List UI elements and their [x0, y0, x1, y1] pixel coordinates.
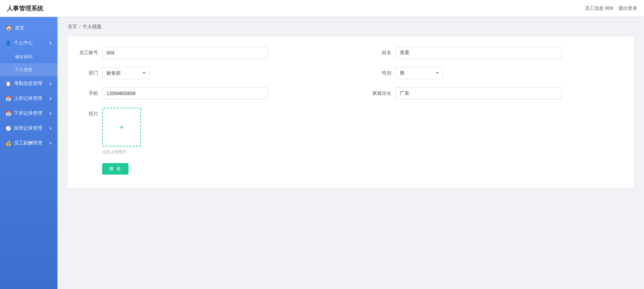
overtime-label: 加班记录管理: [14, 125, 42, 131]
sidebar-item-overtime[interactable]: 🕐 加班记录管理 ∨: [0, 121, 58, 136]
photo-upload-area[interactable]: +: [102, 108, 141, 147]
checkin-label: 上班记录管理: [14, 95, 42, 102]
checkout-icon: 📅: [5, 111, 11, 116]
photo-hint: 点击上传照片: [102, 149, 624, 155]
photo-row: 照片 +: [78, 108, 624, 147]
app-title: 人事管理系统: [7, 4, 43, 13]
sidebar-home-label: 首页: [15, 25, 24, 31]
attendance-label: 考勤信息管理: [14, 81, 42, 87]
sidebar-item-checkout[interactable]: 📅 下班记录管理 ∨: [0, 106, 58, 121]
header-right: 员工信息 009 退出登录: [585, 5, 637, 12]
photo-label: 照片: [78, 111, 98, 117]
form-group-name: 姓名: [371, 47, 624, 59]
name-input[interactable]: [395, 47, 561, 59]
sidebar-item-change-password[interactable]: 修改密码: [0, 50, 58, 63]
overtime-arrow: ∨: [49, 126, 52, 131]
checkout-label: 下班记录管理: [14, 110, 42, 116]
checkin-icon: 📅: [5, 96, 11, 101]
main-content: 首页 / 个人信息 员工账号 姓名 部门: [58, 17, 644, 289]
name-label: 姓名: [371, 50, 391, 56]
form-row-3: 手机 家庭住址: [78, 87, 624, 99]
sidebar-item-home[interactable]: 🏠 首页: [0, 20, 58, 36]
form-row-1: 员工账号 姓名: [78, 47, 624, 59]
sidebar-group-personal: 👤 个人中心 ∧ 修改密码 个人信息: [0, 36, 58, 76]
sidebar-group-personal-header[interactable]: 👤 个人中心 ∧: [0, 36, 58, 50]
attendance-arrow: ∨: [49, 81, 52, 86]
change-password-label: 修改密码: [15, 54, 32, 60]
form-group-employee-id: 员工账号: [78, 47, 330, 59]
logout-button[interactable]: 退出登录: [618, 5, 637, 12]
personal-center-label: 个人中心: [14, 40, 33, 46]
salary-arrow: ∨: [49, 141, 52, 146]
header: 人事管理系统 员工信息 009 退出登录: [0, 0, 644, 17]
form-group-phone: 手机: [78, 87, 330, 99]
personal-arrow: ∧: [49, 41, 52, 45]
sidebar-item-checkin[interactable]: 📅 上班记录管理 ∨: [0, 91, 58, 106]
form-group-gender: 性别 男 女: [371, 67, 624, 79]
overtime-icon: 🕐: [5, 126, 11, 131]
form-group-address: 家庭住址: [371, 87, 624, 99]
form-row-2: 部门 财务部 人事部 技术部 市场部 性别 男 女: [78, 67, 624, 79]
photo-plus-icon: +: [119, 123, 124, 132]
attendance-icon: 📋: [5, 81, 11, 86]
personal-icon: 👤: [5, 40, 11, 46]
layout: 🏠 首页 👤 个人中心 ∧ 修改密码 个人信息 📋 考勤信息管理 ∨ 📅: [0, 17, 644, 289]
checkout-arrow: ∨: [49, 111, 52, 116]
address-input[interactable]: [395, 87, 561, 99]
breadcrumb: 首页 / 个人信息: [68, 24, 634, 30]
phone-input[interactable]: [102, 87, 268, 99]
sidebar-item-salary[interactable]: 💰 员工薪酬管理 ∨: [0, 136, 58, 151]
department-select[interactable]: 财务部 人事部 技术部 市场部: [102, 67, 150, 79]
submit-row: 修 改: [102, 163, 624, 175]
gender-label: 性别: [371, 70, 391, 76]
gender-select[interactable]: 男 女: [395, 67, 443, 79]
sidebar-item-attendance[interactable]: 📋 考勤信息管理 ∨: [0, 76, 58, 91]
sidebar-item-personal-info[interactable]: 个人信息: [0, 63, 58, 76]
department-label: 部门: [78, 70, 98, 76]
breadcrumb-current: 个人信息: [83, 24, 101, 30]
address-label: 家庭住址: [371, 90, 391, 96]
personal-info-label: 个人信息: [15, 67, 32, 73]
breadcrumb-home[interactable]: 首页: [68, 24, 77, 30]
form-card: 员工账号 姓名 部门 财务部 人事部 技术部 市场部: [68, 37, 634, 188]
employee-id-label: 员工账号: [78, 50, 98, 56]
form-group-department: 部门 财务部 人事部 技术部 市场部: [78, 67, 330, 79]
breadcrumb-separator: /: [79, 24, 80, 29]
user-info: 员工信息 009: [585, 5, 613, 12]
salary-label: 员工薪酬管理: [14, 140, 42, 146]
checkin-arrow: ∨: [49, 96, 52, 101]
salary-icon: 💰: [5, 140, 11, 146]
submit-button[interactable]: 修 改: [102, 163, 129, 175]
home-icon: 🏠: [5, 25, 12, 31]
phone-label: 手机: [78, 90, 98, 96]
employee-id-input[interactable]: [102, 47, 268, 59]
sidebar: 🏠 首页 👤 个人中心 ∧ 修改密码 个人信息 📋 考勤信息管理 ∨ 📅: [0, 17, 58, 289]
